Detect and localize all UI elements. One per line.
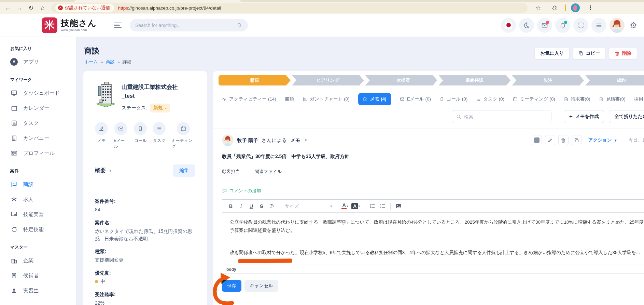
italic-button[interactable]: I (236, 201, 246, 211)
extensions-icon[interactable] (549, 3, 560, 13)
edit-button[interactable]: 編集 (173, 164, 195, 177)
memo-edit-icon (99, 126, 104, 131)
quick-action-email[interactable]: Eメール (114, 122, 128, 149)
sidebar-item-apps[interactable]: A アプリ (10, 54, 76, 69)
overview-toggle[interactable]: 概要▼ (95, 167, 112, 174)
sidebar-item-jobs[interactable]: 求人 (10, 192, 76, 207)
sidebar-item-profile[interactable]: プロフィール (10, 146, 76, 161)
global-search-input[interactable] (135, 23, 237, 28)
sidebar-item-trainees[interactable]: 実習生 (10, 283, 76, 298)
save-button[interactable]: 保存 (222, 280, 241, 292)
stage-lost[interactable]: 失注 (512, 75, 584, 85)
bookmark-star-icon[interactable]: ☆ (532, 3, 544, 13)
tab-meeting[interactable]: ミーティング (0) (513, 96, 555, 102)
sidebar-item-negotiation[interactable]: 商談 (10, 177, 76, 192)
bullet-list-button[interactable] (377, 201, 388, 211)
settings-gear-icon[interactable]: ⚙ (628, 18, 639, 33)
back-button[interactable]: ← (2, 3, 14, 13)
quick-action-call[interactable]: コール (134, 122, 147, 149)
url-bar[interactable]: ✕ 保護されていない通信 https://ginosan.alphacep.co… (51, 3, 528, 13)
stage-new[interactable]: 新規 (219, 75, 291, 85)
menu-button[interactable] (591, 18, 606, 33)
status-dropdown[interactable]: 新規▾ (150, 104, 170, 112)
tab-email[interactable]: Eメール (0) (400, 96, 431, 102)
tab-documents[interactable]: 書類 (285, 96, 294, 102)
field-deal-number: 案件番号: 84 (95, 198, 195, 214)
breadcrumb-section[interactable]: 商談 (106, 59, 115, 65)
user-avatar[interactable] (610, 18, 625, 33)
editor-content[interactable]: 公立学校教員の残業代の代わりに支給する「教職調整額」について、政府は現在月給の4… (222, 213, 644, 265)
collapse-all-dropdown[interactable]: 全て折りたたむ▾ (609, 110, 644, 123)
tab-invoice[interactable]: 請求書(0) (564, 96, 590, 102)
trash-icon (561, 138, 566, 143)
sidebar-toggle-icon[interactable] (114, 23, 122, 28)
notifications-button[interactable] (555, 18, 570, 33)
app-header: 米 技能さん www.ginosan.com (0, 14, 644, 37)
bold-button[interactable]: B (226, 201, 236, 211)
stage-won[interactable]: 成約 (585, 75, 644, 85)
memo-copy-button[interactable] (572, 135, 582, 145)
dark-mode-button[interactable] (519, 18, 534, 33)
forward-button[interactable]: → (14, 3, 25, 13)
sidebar-item-company[interactable]: カンパニー (10, 131, 76, 146)
tab-call[interactable]: コール (0) (439, 96, 467, 102)
delete-button[interactable]: 削除 (609, 47, 637, 59)
global-search[interactable] (130, 19, 248, 31)
tab-quote[interactable]: 見積書(0) (599, 96, 626, 102)
memo-color-tag-button[interactable] (532, 135, 542, 145)
breadcrumb-home[interactable]: ホーム (84, 59, 98, 65)
memo-delete-button[interactable] (558, 135, 569, 145)
tab-task[interactable]: タスク (0) (476, 96, 504, 102)
notifications-badge (564, 21, 567, 24)
reload-button[interactable]: ↻ (25, 3, 37, 13)
memo-title: 教員「残業代」30年度に2.5倍 中学も35人学級、政府方針 (222, 154, 644, 160)
sidebar-item-candidates[interactable]: 候補者 (10, 268, 76, 283)
memo-actions-dropdown[interactable]: アクション▼ (588, 137, 617, 143)
sidebar-item-dashboard[interactable]: ダッシュボード (10, 85, 76, 101)
sidebar-item-specified-skill[interactable]: 特定技能 (10, 222, 76, 237)
strikethrough-button[interactable]: S (256, 201, 267, 211)
stage-first-proposal[interactable]: 一次提案 (365, 75, 437, 85)
bg-color-dropdown[interactable]: A▾ (350, 201, 361, 211)
moon-icon (523, 22, 530, 29)
stage-final-confirmation[interactable]: 最終確認 (438, 75, 510, 85)
create-memo-button[interactable]: +メモを作成 (564, 110, 604, 123)
favorite-button[interactable]: お気に入り (534, 47, 569, 59)
remove-format-button[interactable]: Tx (267, 201, 277, 211)
tab-gantt[interactable]: ガントチャート (0) (303, 96, 350, 102)
memo-author[interactable]: 牧子 陽子 さんによる メモ ▼ (222, 134, 308, 146)
fullscreen-icon (578, 22, 584, 28)
tab-activity[interactable]: アクティビティー (14) (222, 96, 276, 102)
text-color-dropdown[interactable]: A▾ (340, 201, 350, 211)
ordered-list-button[interactable] (367, 201, 377, 211)
record-status-button[interactable] (501, 18, 516, 33)
stage-hearing[interactable]: ヒアリング (292, 75, 364, 85)
fullscreen-button[interactable] (573, 18, 588, 33)
sidebar-item-training[interactable]: 技能実習 (10, 207, 76, 222)
insert-image-button[interactable] (393, 201, 404, 211)
sidebar-item-calendar[interactable]: カレンダー (10, 101, 76, 116)
quick-action-task[interactable]: タスク (153, 122, 166, 149)
security-badge[interactable]: ✕ 保護されていない通信 (55, 4, 114, 12)
browser-profile-avatar[interactable] (571, 3, 580, 12)
browser-menu-icon[interactable]: ⋮ (585, 3, 596, 13)
memo-edit-button[interactable] (545, 135, 555, 145)
cancel-button[interactable]: キャンセル (244, 280, 278, 292)
tab-hiring-flow[interactable]: 採用フロー (634, 96, 644, 102)
home-button[interactable]: ⌂ (37, 3, 48, 13)
app-logo[interactable]: 米 技能さん www.ginosan.com (42, 17, 107, 33)
messages-button[interactable] (537, 18, 552, 33)
sidebar-item-enterprises[interactable]: 企業 (10, 253, 76, 268)
underline-button[interactable]: U (246, 201, 256, 211)
add-comment-link[interactable]: コメントの追加 (222, 188, 644, 194)
font-size-dropdown[interactable]: サイズ▾ (283, 203, 334, 209)
memo-search[interactable] (452, 110, 551, 123)
memo-search-input[interactable] (464, 114, 547, 119)
memo-meta-related-files[interactable]: 関連ファイル (255, 169, 282, 175)
quick-action-meeting[interactable]: ミーティング (171, 122, 195, 149)
tab-memo[interactable]: メモ (4) (358, 93, 391, 105)
sidebar-item-tasks[interactable]: タスク (10, 116, 76, 131)
copy-button[interactable]: コピー (573, 47, 606, 59)
memo-meta-customer-rep[interactable]: 顧客担当 (222, 169, 240, 175)
quick-action-memo[interactable]: メモ (95, 122, 108, 149)
